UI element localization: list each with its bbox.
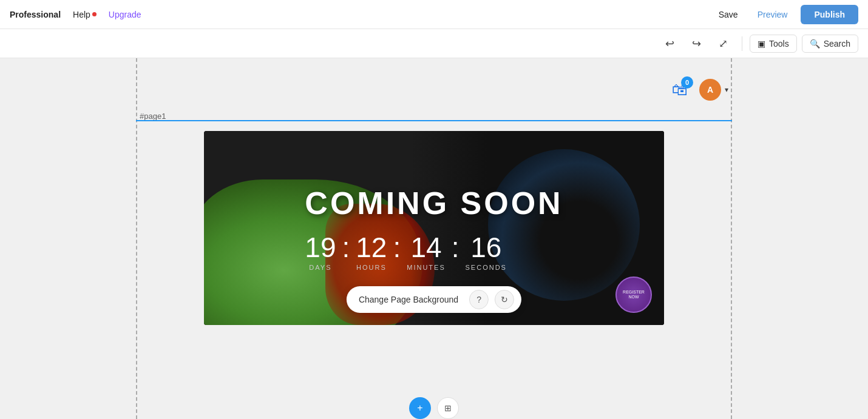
- hours-label: HOURS: [356, 264, 387, 271]
- publish-button[interactable]: Publish: [801, 5, 858, 24]
- redo-icon: ↪: [692, 37, 701, 50]
- canvas-left-border: [136, 58, 137, 419]
- undo-icon: ↩: [665, 37, 674, 50]
- question-icon: ?: [476, 295, 481, 304]
- user-avatar[interactable]: A: [699, 79, 721, 101]
- tools-button[interactable]: ▣ Tools: [750, 35, 797, 53]
- undo-button[interactable]: ↩: [659, 33, 681, 55]
- content-block: COMING SOON 19 DAYS : 12 HOURS :: [204, 131, 664, 325]
- bottom-row-buttons: + ⊞: [409, 397, 459, 419]
- nav-left: Professional Help Upgrade: [10, 10, 141, 19]
- top-navbar: Professional Help Upgrade Save Preview P…: [0, 0, 868, 29]
- refresh-icon: ↻: [501, 295, 508, 304]
- grid-button[interactable]: ⊞: [437, 397, 459, 419]
- search-button[interactable]: 🔍 Search: [802, 35, 858, 53]
- minutes-label: MINUTES: [407, 264, 446, 271]
- canvas-right-border: [731, 58, 732, 419]
- cart-widget[interactable]: 🛍 0: [666, 76, 693, 103]
- seconds-unit: 16 SECONDS: [466, 233, 507, 271]
- grid-icon: ⊞: [444, 403, 452, 413]
- plus-icon: +: [417, 403, 422, 414]
- redo-button[interactable]: ↪: [686, 33, 708, 55]
- canvas[interactable]: #page1 🛍 0 A ▾ COMING SOON: [0, 58, 868, 419]
- change-background-button[interactable]: Change Page Background: [354, 292, 463, 307]
- separator-1: :: [342, 233, 350, 261]
- selection-bar: [136, 120, 732, 121]
- preview-button[interactable]: Preview: [751, 6, 794, 23]
- page-label: #page1: [140, 112, 166, 121]
- compress-button[interactable]: ⤢: [713, 33, 734, 55]
- countdown-display: 19 DAYS : 12 HOURS : 14 MINUTES: [305, 233, 563, 271]
- separator-3: :: [452, 233, 459, 261]
- seconds-value: 16: [466, 233, 507, 261]
- nav-right: Save Preview Publish: [713, 5, 858, 24]
- hours-unit: 12 HOURS: [356, 233, 387, 271]
- refresh-icon-button[interactable]: ↻: [495, 290, 514, 309]
- help-notification-dot: [92, 12, 97, 16]
- seconds-label: SECONDS: [466, 264, 507, 271]
- search-icon: 🔍: [810, 39, 820, 49]
- minutes-unit: 14 MINUTES: [407, 233, 446, 271]
- add-section-button[interactable]: +: [409, 397, 431, 419]
- hours-value: 12: [356, 233, 387, 261]
- minutes-value: 14: [407, 233, 446, 261]
- help-icon-button[interactable]: ?: [469, 290, 489, 309]
- days-value: 19: [305, 233, 336, 261]
- days-label: DAYS: [305, 264, 336, 271]
- save-button[interactable]: Save: [713, 6, 744, 23]
- cart-badge: 0: [681, 76, 693, 89]
- days-unit: 19 DAYS: [305, 233, 336, 271]
- register-badge[interactable]: REGISTER NOW: [615, 277, 652, 313]
- coming-soon-title: COMING SOON: [305, 185, 563, 221]
- compress-icon: ⤢: [719, 37, 728, 50]
- bottom-toolbar: Change Page Background ? ↻: [347, 286, 521, 313]
- tools-icon: ▣: [758, 39, 765, 49]
- help-button[interactable]: Help: [73, 10, 97, 19]
- separator-2: :: [393, 233, 401, 261]
- canvas-topright-widgets: 🛍 0 A ▾: [666, 76, 728, 103]
- upgrade-button[interactable]: Upgrade: [109, 10, 141, 19]
- avatar-chevron-icon: ▾: [725, 85, 728, 94]
- banner-text-content: COMING SOON 19 DAYS : 12 HOURS :: [305, 185, 563, 271]
- register-badge-text: REGISTER NOW: [622, 290, 646, 300]
- secondary-toolbar: ↩ ↪ ⤢ ▣ Tools 🔍 Search: [0, 29, 868, 58]
- toolbar-divider: [742, 36, 742, 51]
- brand-label: Professional: [10, 10, 61, 19]
- main-canvas-area: #page1 🛍 0 A ▾ COMING SOON: [0, 58, 868, 419]
